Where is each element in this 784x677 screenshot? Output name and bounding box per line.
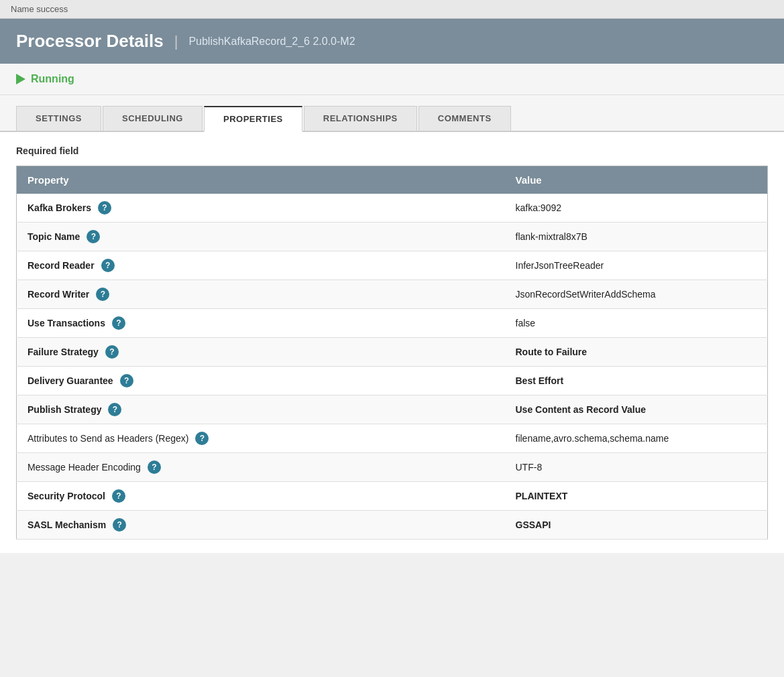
tab-settings[interactable]: SETTINGS: [16, 106, 101, 131]
processor-name: PublishKafkaRecord_2_6 2.0.0-M2: [188, 36, 355, 48]
property-cell: SASL Mechanism?: [17, 511, 505, 540]
page-title: Processor Details: [16, 31, 164, 52]
table-header-row: Property Value: [17, 166, 768, 194]
property-name: SASL Mechanism: [27, 519, 106, 530]
help-icon[interactable]: ?: [195, 432, 209, 445]
property-value: PLAINTEXT: [516, 491, 568, 501]
properties-table: Property Value Kafka Brokers?kafka:9092T…: [16, 166, 768, 540]
tabs-container: SETTINGSSCHEDULINGPROPERTIESRELATIONSHIP…: [0, 95, 784, 132]
value-cell: InferJsonTreeReader: [505, 251, 768, 280]
value-cell: Best Effort: [505, 367, 768, 395]
value-cell: Use Content as Record Value: [505, 395, 768, 424]
property-name: Publish Strategy: [27, 404, 101, 415]
help-icon[interactable]: ?: [96, 288, 109, 301]
value-cell: PLAINTEXT: [505, 482, 768, 511]
table-row: Record Reader?InferJsonTreeReader: [17, 251, 768, 280]
column-value: Value: [505, 166, 768, 194]
value-cell: flank-mixtral8x7B: [505, 223, 768, 251]
property-cell: Record Reader?: [17, 251, 505, 280]
table-row: SASL Mechanism?GSSAPI: [17, 511, 768, 540]
property-value: Route to Failure: [516, 347, 587, 357]
table-row: Topic Name?flank-mixtral8x7B: [17, 223, 768, 251]
running-bar: Running: [0, 64, 784, 95]
table-row: Delivery Guarantee?Best Effort: [17, 367, 768, 395]
tab-relationships[interactable]: RELATIONSHIPS: [304, 106, 417, 131]
property-name: Attributes to Send as Headers (Regex): [27, 433, 188, 444]
property-value: kafka:9092: [516, 202, 562, 213]
table-row: Security Protocol?PLAINTEXT: [17, 482, 768, 511]
property-value: InferJsonTreeReader: [516, 260, 604, 271]
property-value: Best Effort: [516, 375, 564, 386]
property-name: Record Writer: [27, 289, 89, 300]
property-name: Delivery Guarantee: [27, 375, 113, 386]
tab-comments[interactable]: COMMENTS: [418, 106, 511, 131]
property-name: Message Header Encoding: [27, 462, 141, 473]
value-cell: false: [505, 309, 768, 338]
top-bar: Name success: [0, 0, 784, 19]
table-row: Record Writer?JsonRecordSetWriterAddSche…: [17, 280, 768, 309]
property-cell: Record Writer?: [17, 280, 505, 309]
property-name: Use Transactions: [27, 318, 105, 328]
property-value: Use Content as Record Value: [516, 404, 647, 415]
table-row: Attributes to Send as Headers (Regex)?fi…: [17, 424, 768, 453]
property-value: flank-mixtral8x7B: [516, 231, 587, 242]
property-value: UTF-8: [516, 462, 543, 473]
header-separator: |: [174, 33, 178, 50]
property-cell: Publish Strategy?: [17, 395, 505, 424]
property-cell: Message Header Encoding?: [17, 453, 505, 482]
table-row: Message Header Encoding?UTF-8: [17, 453, 768, 482]
value-cell: filename,avro.schema,schema.name: [505, 424, 768, 453]
table-row: Kafka Brokers?kafka:9092: [17, 194, 768, 223]
value-cell: GSSAPI: [505, 511, 768, 540]
running-label: Running: [31, 73, 74, 85]
column-property: Property: [17, 166, 505, 194]
property-cell: Kafka Brokers?: [17, 194, 505, 223]
tab-properties[interactable]: PROPERTIES: [204, 106, 302, 132]
running-icon: [16, 74, 25, 84]
table-row: Use Transactions?false: [17, 309, 768, 338]
property-cell: Use Transactions?: [17, 309, 505, 338]
property-name: Kafka Brokers: [27, 202, 91, 213]
property-cell: Topic Name?: [17, 223, 505, 251]
property-cell: Security Protocol?: [17, 482, 505, 511]
help-icon[interactable]: ?: [148, 460, 161, 474]
help-icon[interactable]: ?: [113, 518, 126, 532]
property-name: Topic Name: [27, 231, 80, 242]
table-row: Failure Strategy?Route to Failure: [17, 338, 768, 367]
help-icon[interactable]: ?: [108, 403, 121, 416]
help-icon[interactable]: ?: [87, 230, 100, 243]
property-cell: Attributes to Send as Headers (Regex)?: [17, 424, 505, 453]
table-row: Publish Strategy?Use Content as Record V…: [17, 395, 768, 424]
help-icon[interactable]: ?: [112, 489, 125, 503]
property-value: GSSAPI: [516, 519, 551, 530]
help-icon[interactable]: ?: [98, 201, 111, 214]
property-value: false: [516, 318, 536, 328]
tab-scheduling[interactable]: SCHEDULING: [103, 106, 203, 131]
value-cell: Route to Failure: [505, 338, 768, 367]
value-cell: kafka:9092: [505, 194, 768, 223]
property-value: JsonRecordSetWriterAddSchema: [516, 289, 656, 300]
help-icon[interactable]: ?: [112, 316, 125, 330]
help-icon[interactable]: ?: [120, 374, 133, 387]
value-cell: UTF-8: [505, 453, 768, 482]
value-cell: JsonRecordSetWriterAddSchema: [505, 280, 768, 309]
property-cell: Failure Strategy?: [17, 338, 505, 367]
property-name: Record Reader: [27, 260, 95, 271]
help-icon[interactable]: ?: [105, 345, 119, 359]
property-cell: Delivery Guarantee?: [17, 367, 505, 395]
property-value: filename,avro.schema,schema.name: [516, 433, 669, 444]
property-name: Failure Strategy: [27, 347, 99, 357]
content-area: Required field Property Value Kafka Brok…: [0, 132, 784, 553]
help-icon[interactable]: ?: [101, 259, 115, 272]
top-bar-text: Name success: [11, 4, 68, 14]
header: Processor Details | PublishKafkaRecord_2…: [0, 19, 784, 64]
required-field-label: Required field: [16, 145, 768, 156]
property-name: Security Protocol: [27, 491, 105, 501]
